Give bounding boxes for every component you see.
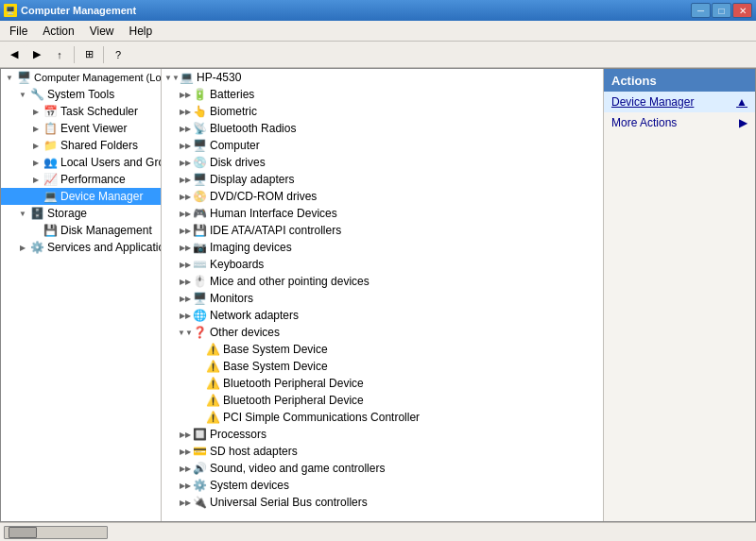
biometric-label: Biometric	[210, 105, 257, 118]
imaging-expander[interactable]: ▶	[179, 241, 192, 254]
system-devices-label: System devices	[210, 479, 289, 492]
action-device-manager-label: Device Manager	[611, 95, 694, 109]
dev-display-adapters[interactable]: ▶ 🖥️ Display adapters	[162, 171, 603, 188]
batteries-expander[interactable]: ▶	[179, 88, 192, 101]
biometric-expander[interactable]: ▶	[179, 105, 192, 118]
left-device-manager[interactable]: 💻 Device Manager	[1, 188, 161, 205]
mice-icon: 🖱️	[192, 274, 207, 289]
dev-batteries[interactable]: ▶ 🔋 Batteries	[162, 86, 603, 103]
dev-system-devices[interactable]: ▶ ⚙️ System devices	[162, 477, 603, 494]
dev-monitors[interactable]: ▶ 🖥️ Monitors	[162, 290, 603, 307]
dev-base-sys-1[interactable]: ⚠️ Base System Device	[162, 341, 603, 358]
dev-processors[interactable]: ▶ 🔲 Processors	[162, 426, 603, 443]
action-device-manager[interactable]: Device Manager ▲	[604, 92, 755, 112]
dev-other-devices[interactable]: ▼ ❓ Other devices	[162, 324, 603, 341]
menu-action[interactable]: Action	[35, 21, 81, 41]
forward-button[interactable]: ▶	[26, 44, 47, 65]
hid-expander[interactable]: ▶	[179, 207, 192, 220]
dev-pci-comms[interactable]: ⚠️ PCI Simple Communications Controller	[162, 409, 603, 426]
bluetooth-radios-expander[interactable]: ▶	[179, 122, 192, 135]
root-icon: 🖥️	[16, 70, 31, 85]
dev-computer[interactable]: ▶ 🖥️ Computer	[162, 137, 603, 154]
dev-bt-periph-2[interactable]: ⚠️ Bluetooth Peripheral Device	[162, 392, 603, 409]
maximize-button[interactable]: □	[712, 3, 731, 18]
dev-disk-drives[interactable]: ▶ 💿 Disk drives	[162, 154, 603, 171]
dev-usb[interactable]: ▶ 🔌 Universal Serial Bus controllers	[162, 494, 603, 511]
network-icon: 🌐	[192, 308, 207, 323]
left-task-scheduler[interactable]: 📅 Task Scheduler	[1, 103, 161, 120]
dev-dvdcd[interactable]: ▶ 📀 DVD/CD-ROM drives	[162, 188, 603, 205]
mice-expander[interactable]: ▶	[179, 275, 192, 288]
batteries-label: Batteries	[210, 88, 254, 101]
show-hide-button[interactable]: ⊞	[78, 44, 99, 65]
back-button[interactable]: ◀	[4, 44, 25, 65]
left-local-users[interactable]: 👥 Local Users and Groups	[1, 154, 161, 171]
menu-view[interactable]: View	[82, 21, 122, 41]
dev-sound[interactable]: ▶ 🔊 Sound, video and game controllers	[162, 460, 603, 477]
dev-hid[interactable]: ▶ 🎮 Human Interface Devices	[162, 205, 603, 222]
left-system-tools[interactable]: 🔧 System Tools	[1, 86, 161, 103]
action-more-actions-label: More Actions	[611, 116, 677, 129]
app-icon: 🖥️	[4, 4, 17, 17]
display-adapters-expander[interactable]: ▶	[179, 173, 192, 186]
storage-expander[interactable]	[16, 207, 29, 220]
computer-label: Computer	[210, 139, 260, 152]
left-shared-folders[interactable]: 📁 Shared Folders	[1, 137, 161, 154]
computer-expander[interactable]: ▶	[179, 139, 192, 152]
imaging-label: Imaging devices	[210, 241, 292, 254]
event-viewer-expander[interactable]	[29, 122, 43, 135]
shared-folders-expander[interactable]	[29, 139, 43, 152]
horizontal-scrollbar[interactable]	[4, 526, 108, 539]
dvdcd-expander[interactable]: ▶	[179, 190, 192, 203]
services-expander[interactable]	[16, 241, 29, 254]
left-storage[interactable]: 🗄️ Storage	[1, 205, 161, 222]
disk-drives-expander[interactable]: ▶	[179, 156, 192, 169]
dev-root[interactable]: ▼ 💻 HP-4530	[162, 69, 603, 86]
help-button[interactable]: ?	[108, 44, 129, 65]
dev-root-expander[interactable]: ▼	[165, 71, 179, 84]
left-disk-mgmt[interactable]: 💾 Disk Management	[1, 222, 161, 239]
left-event-viewer[interactable]: 📋 Event Viewer	[1, 120, 161, 137]
left-panel: 🖥️ Computer Management (Local 🔧 System T…	[1, 69, 162, 521]
dev-sd-host[interactable]: ▶ 💳 SD host adapters	[162, 443, 603, 460]
sd-host-expander[interactable]: ▶	[179, 445, 192, 458]
keyboards-expander[interactable]: ▶	[179, 258, 192, 271]
menu-help[interactable]: Help	[122, 21, 161, 41]
system-tools-expander[interactable]	[16, 88, 29, 101]
local-users-expander[interactable]	[29, 156, 43, 169]
monitors-expander[interactable]: ▶	[179, 292, 192, 305]
system-devices-expander[interactable]: ▶	[179, 479, 192, 492]
shared-folders-label: Shared Folders	[60, 139, 138, 152]
base-sys-2-label: Base System Device	[223, 360, 328, 373]
processors-expander[interactable]: ▶	[179, 428, 192, 441]
dev-biometric[interactable]: ▶ 👆 Biometric	[162, 103, 603, 120]
imaging-icon: 📷	[192, 240, 207, 255]
keyboards-icon: ⌨️	[192, 257, 207, 272]
ide-expander[interactable]: ▶	[179, 224, 192, 237]
action-more-actions[interactable]: More Actions ▶	[604, 112, 755, 133]
menu-file[interactable]: File	[2, 21, 35, 41]
root-expander[interactable]	[3, 71, 16, 84]
left-tree-root[interactable]: 🖥️ Computer Management (Local	[1, 69, 161, 86]
dev-keyboards[interactable]: ▶ ⌨️ Keyboards	[162, 256, 603, 273]
left-services[interactable]: ⚙️ Services and Applications	[1, 239, 161, 256]
left-performance[interactable]: 📈 Performance	[1, 171, 161, 188]
other-devices-expander[interactable]: ▼	[179, 326, 192, 339]
task-sched-expander[interactable]	[29, 105, 43, 118]
performance-expander[interactable]	[29, 173, 43, 186]
dev-bt-periph-1[interactable]: ⚠️ Bluetooth Peripheral Device	[162, 375, 603, 392]
dev-base-sys-2[interactable]: ⚠️ Base System Device	[162, 358, 603, 375]
minimize-button[interactable]: ─	[691, 3, 711, 18]
close-button[interactable]: ✕	[732, 3, 752, 18]
actions-panel: Actions Device Manager ▲ More Actions ▶	[604, 69, 755, 521]
usb-expander[interactable]: ▶	[179, 496, 192, 509]
dev-imaging[interactable]: ▶ 📷 Imaging devices	[162, 239, 603, 256]
up-button[interactable]: ↑	[49, 44, 70, 65]
sound-expander[interactable]: ▶	[179, 462, 192, 475]
network-expander[interactable]: ▶	[179, 309, 192, 322]
scrollbar-thumb[interactable]	[9, 527, 37, 538]
dev-network[interactable]: ▶ 🌐 Network adapters	[162, 307, 603, 324]
dev-mice[interactable]: ▶ 🖱️ Mice and other pointing devices	[162, 273, 603, 290]
dev-ide[interactable]: ▶ 💾 IDE ATA/ATAPI controllers	[162, 222, 603, 239]
dev-bluetooth-radios[interactable]: ▶ 📡 Bluetooth Radios	[162, 120, 603, 137]
